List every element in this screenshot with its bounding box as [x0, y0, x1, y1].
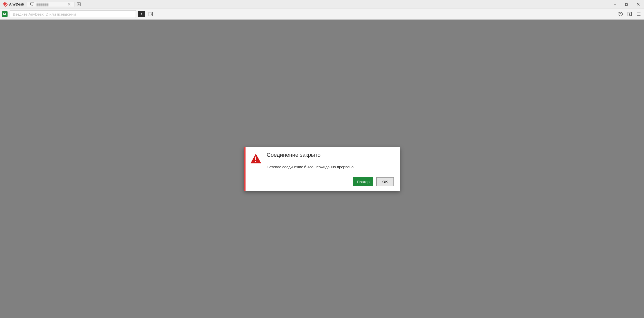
connection-closed-dialog: Соединение закрыто Сетевое соединение бы…	[244, 147, 400, 191]
retry-button-label: Повтор	[357, 180, 370, 184]
window-close-button[interactable]	[632, 0, 644, 9]
svg-rect-2	[30, 3, 34, 5]
window-controls	[609, 0, 644, 9]
warning-triangle-icon	[250, 152, 262, 165]
anydesk-logo-icon	[2, 2, 8, 7]
svg-point-15	[6, 15, 6, 15]
toolbar: 1	[0, 9, 644, 20]
monitor-icon	[30, 2, 34, 7]
connection-status-icon[interactable]	[2, 11, 8, 17]
ok-button-label: OK	[382, 180, 388, 184]
app-logo[interactable]: AnyDesk	[0, 2, 27, 7]
svg-rect-25	[255, 156, 256, 160]
hamburger-menu-icon[interactable]	[635, 11, 642, 17]
window-maximize-button[interactable]	[621, 0, 632, 9]
app-name: AnyDesk	[9, 2, 24, 6]
svg-rect-11	[625, 4, 627, 6]
dialog-content: Соединение закрыто Сетевое соединение бы…	[267, 152, 394, 186]
retry-button[interactable]: Повтор	[353, 177, 373, 186]
session-count-badge[interactable]: 1	[138, 11, 145, 17]
tab-close-button[interactable]	[67, 2, 71, 6]
session-tab-label: ▮▮▮▮▮▮	[36, 3, 49, 6]
title-bar: AnyDesk ▮▮▮▮▮▮	[0, 0, 644, 9]
address-input[interactable]	[10, 10, 136, 18]
svg-rect-14	[4, 13, 6, 15]
title-bar-drag-region[interactable]	[83, 0, 609, 9]
download-icon[interactable]	[626, 11, 633, 17]
history-icon[interactable]	[617, 11, 624, 17]
session-tab[interactable]: ▮▮▮▮▮▮	[27, 2, 74, 7]
ok-button[interactable]: OK	[376, 177, 394, 186]
dialog-button-row: Повтор OK	[267, 177, 394, 186]
dialog-title: Соединение закрыто	[267, 152, 394, 158]
connect-icon[interactable]	[147, 11, 154, 17]
dialog-body: Соединение закрыто Сетевое соединение бы…	[246, 147, 400, 191]
session-count-value: 1	[141, 12, 142, 16]
remote-viewport[interactable]: Соединение закрыто Сетевое соединение бы…	[0, 20, 644, 318]
new-tab-button[interactable]	[74, 2, 83, 6]
title-bar-left: AnyDesk ▮▮▮▮▮▮	[0, 0, 83, 9]
window-minimize-button[interactable]	[609, 0, 621, 9]
dialog-message: Сетевое соединение было неожиданно прерв…	[267, 165, 394, 169]
svg-rect-26	[255, 161, 256, 162]
